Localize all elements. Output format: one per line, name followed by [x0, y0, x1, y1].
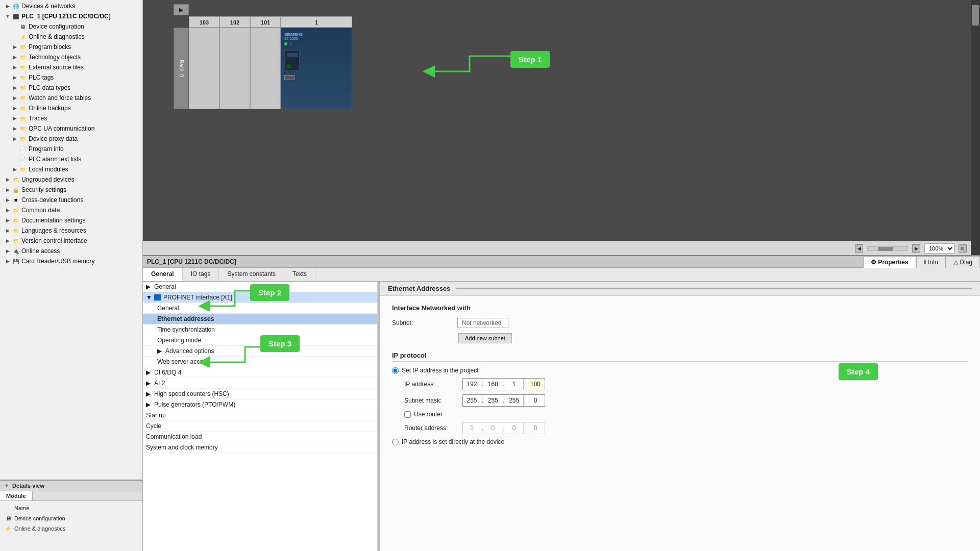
cpu-slot[interactable]: SIEMENS S7-1200 — [281, 28, 352, 109]
canvas-scrollbar[interactable] — [971, 0, 980, 255]
config-item-web-server[interactable]: Web server access — [143, 357, 377, 367]
config-item-sys-clock[interactable]: System and clock memory — [143, 442, 377, 453]
sidebar-item-program-info[interactable]: 📄 Program info — [0, 144, 142, 154]
details-tab-module[interactable]: Module — [0, 491, 33, 500]
sidebar-item-online-backups[interactable]: ▶ 📁 Online backups — [0, 103, 142, 113]
details-row-online-diag[interactable]: ⚡ Online & diagnostics — [2, 523, 140, 534]
folder-icon-data: 📁 — [19, 84, 27, 92]
fit-btn[interactable]: ⊡ — [959, 244, 967, 253]
cross-icon: ✖ — [12, 196, 20, 204]
step2-label: Step 2 — [250, 284, 289, 301]
config-item-hsc[interactable]: ▶ High speed counters (HSC) — [143, 389, 377, 399]
config-item-time-sync[interactable]: Time synchronization — [143, 324, 377, 335]
interface-label: Interface Networked with — [392, 304, 968, 312]
config-item-cycle[interactable]: Cycle — [143, 421, 377, 432]
ip-octet-3[interactable]: 1 — [505, 379, 524, 390]
scroll-left-btn[interactable]: ◀ — [855, 244, 863, 253]
cpu-led-1 — [284, 42, 287, 45]
config-item-profinet-general[interactable]: General — [143, 303, 377, 314]
expand-arrow-proxy: ▶ — [11, 135, 18, 142]
device-icon: 🖥 — [19, 22, 27, 31]
use-router-checkbox[interactable] — [404, 411, 411, 418]
ip-octet-4[interactable]: 100 — [526, 379, 545, 390]
details-header[interactable]: ▼ Details view — [0, 481, 142, 491]
sidebar-item-devices-networks[interactable]: ▶ 🌐 Devices & networks — [0, 1, 142, 11]
set-directly-radio[interactable] — [392, 439, 399, 445]
folder-icon-lang: 📁 — [12, 227, 20, 235]
config-item-ethernet-addr[interactable]: Ethernet addresses — [143, 314, 377, 324]
sidebar-item-plc1[interactable]: ▼ ⬛ PLC_1 [CPU 1211C DC/DC/DC] — [0, 11, 142, 21]
tab-properties[interactable]: ⚙ Properties — [863, 256, 916, 268]
sidebar-item-common[interactable]: ▶ 📁 Common data — [0, 205, 142, 215]
sidebar-item-online-diag[interactable]: ⚡ Online & diagnostics — [0, 32, 142, 42]
config-item-comm-load[interactable]: Communication load — [143, 432, 377, 442]
sidebar-item-ext-sources[interactable]: ▶ 📁 External source files — [0, 62, 142, 72]
config-item-di-dq[interactable]: ▶ DI 6/DQ 4 — [143, 367, 377, 378]
config-item-ai[interactable]: ▶ AI 2 — [143, 378, 377, 389]
set-ip-radio-row: Set IP address in the project — [392, 367, 968, 374]
cpu-screen — [284, 51, 300, 71]
expand-arrow-prog: ▶ — [11, 43, 18, 51]
zoom-select[interactable]: 100% 75% 150% — [924, 243, 954, 254]
slot-103: 103 — [189, 16, 219, 28]
security-icon: 🔒 — [12, 186, 20, 194]
sidebar-item-security[interactable]: ▶ 🔒 Security settings — [0, 185, 142, 195]
expand-arrow: ▶ — [4, 3, 11, 10]
sidebar-item-traces[interactable]: ▶ 📁 Traces — [0, 113, 142, 123]
sidebar-item-watch-force[interactable]: ▶ 📁 Watch and force tables — [0, 93, 142, 103]
subnet-mask-field[interactable]: 255 . 255 . 255 . 0 — [462, 394, 545, 407]
sidebar-item-opc[interactable]: ▶ 📁 OPC UA communication — [0, 123, 142, 134]
sidebar-item-program-blocks[interactable]: ▶ 📁 Program blocks — [0, 42, 142, 52]
ip-address-field[interactable]: 192 . 168 . 1 . 100 — [462, 378, 545, 390]
ip-octet-2[interactable]: 168 — [484, 379, 502, 390]
folder-icon-ext: 📁 — [19, 63, 27, 71]
cpu-port — [284, 75, 295, 80]
spacer — [11, 33, 18, 40]
tab-diag[interactable]: △ Diag — [946, 256, 980, 268]
sidebar-item-languages[interactable]: ▶ 📁 Languages & resources — [0, 226, 142, 236]
sidebar-item-card-reader[interactable]: ▶ 💾 Card Reader/USB memory — [0, 256, 142, 266]
folder-icon-local: 📁 — [19, 165, 27, 173]
online-icon: 🔌 — [12, 247, 20, 255]
sidebar-item-version[interactable]: ▶ 📁 Version control interface — [0, 236, 142, 246]
step3-label: Step 3 — [260, 335, 300, 352]
canvas-scroll-thumb — [972, 5, 979, 26]
sidebar-item-online-access[interactable]: ▶ 🔌 Online access — [0, 246, 142, 256]
sidebar-item-device-proxy[interactable]: ▶ 📁 Device proxy data — [0, 134, 142, 144]
mask-octet-2[interactable]: 255 — [484, 395, 502, 406]
tab-general[interactable]: General — [143, 268, 183, 281]
sidebar-item-plc-tags[interactable]: ▶ 📁 PLC tags — [0, 72, 142, 83]
set-ip-radio[interactable] — [392, 367, 399, 374]
tab-system-constants[interactable]: System constants — [219, 268, 284, 281]
sidebar-item-tech-objects[interactable]: ▶ 📁 Technology objects — [0, 52, 142, 62]
sidebar-item-doc[interactable]: ▶ 📁 Documentation settings — [0, 215, 142, 226]
sidebar-item-alarm-text[interactable]: 📄 PLC alarm text lists — [0, 154, 142, 164]
expand-arrow-oa: ▶ — [4, 247, 11, 255]
sidebar-item-ungrouped[interactable]: ▶ 📁 Ungrouped devices — [0, 174, 142, 185]
config-item-startup[interactable]: Startup — [143, 410, 377, 421]
subnet-value: Not networked — [457, 318, 508, 328]
mask-octet-4[interactable]: 0 — [526, 395, 545, 406]
config-item-pulse-gen[interactable]: ▶ Pulse generators (PTO/PWM) — [143, 399, 377, 410]
scroll-right-btn[interactable]: ▶ — [912, 244, 920, 253]
tab-texts[interactable]: Texts — [284, 268, 315, 281]
sidebar-item-local-modules[interactable]: ▶ 📁 Local modules — [0, 164, 142, 174]
doc-icon-alarm: 📄 — [19, 155, 27, 163]
expand-arrow-ext: ▶ — [11, 64, 18, 71]
tab-info[interactable]: ℹ Info — [916, 256, 946, 268]
sidebar-item-device-config[interactable]: 🖥 Device configuration — [0, 21, 142, 32]
sidebar-item-plc-data[interactable]: ▶ 📁 PLC data types — [0, 83, 142, 93]
folder-icon-comm: 📁 — [12, 206, 20, 214]
rack-nav-btn[interactable]: ▶ — [174, 4, 189, 15]
mask-octet-3[interactable]: 255 — [505, 395, 524, 406]
add-subnet-btn[interactable]: Add new subnet — [458, 333, 512, 343]
bottom-tabs: General IO tags System constants Texts — [143, 268, 980, 282]
ip-octet-1[interactable]: 192 — [463, 379, 481, 390]
expand-hsc: ▶ — [146, 390, 154, 397]
details-row-device-config[interactable]: 🖥 Device configuration — [2, 513, 140, 523]
mask-octet-1[interactable]: 255 — [463, 395, 481, 406]
rack-slot-101 — [250, 28, 281, 109]
tab-io-tags[interactable]: IO tags — [183, 268, 219, 281]
properties-pane: Ethernet Addresses Interface Networked w… — [380, 282, 980, 551]
sidebar-item-cross-device[interactable]: ▶ ✖ Cross-device functions — [0, 195, 142, 205]
